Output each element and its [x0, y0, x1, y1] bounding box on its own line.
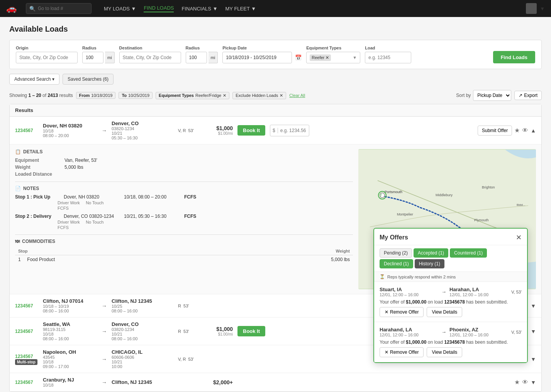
- collapse-button-1[interactable]: ▲: [531, 127, 536, 134]
- offer-equip-2: V, 53': [511, 330, 522, 334]
- favorite-button-5[interactable]: ★: [514, 378, 520, 386]
- modal-close-button[interactable]: ✕: [516, 233, 522, 242]
- dest-radius-filter: Radius mi: [186, 46, 218, 63]
- nav-dropdown-icon[interactable]: ▼: [540, 6, 545, 12]
- route-arrow-3: →: [102, 328, 107, 334]
- load-origin-3: Seattle, WA 98119-3115 10/18 08:00 – 16:…: [43, 321, 97, 341]
- tab-declined[interactable]: Declined (1): [380, 259, 413, 268]
- route-arrow-5: →: [102, 379, 107, 385]
- dest-radius-input[interactable]: [186, 52, 207, 63]
- modal-tabs: Pending (2) Accepted (1) Countered (1) D…: [374, 245, 527, 272]
- view-details-button-2[interactable]: View Details: [427, 347, 462, 357]
- stop-row-2: Stop 2 : Delivery Denver, CO 03820-1234 …: [15, 214, 353, 230]
- offer-amount-input-1[interactable]: [278, 128, 309, 133]
- load-id-1[interactable]: 1234567: [15, 128, 38, 133]
- pickup-date-input[interactable]: [222, 52, 292, 63]
- load-summary-5: 1234567 Cranbury, NJ 10/18 → Clifton, NJ…: [10, 373, 541, 391]
- tab-pending[interactable]: Pending (2): [380, 248, 412, 258]
- exclude-hidden-tag: Exclude Hidden Loads ✕: [232, 92, 286, 99]
- remove-icon-2: ✕: [385, 350, 388, 355]
- load-id-3[interactable]: 1234567: [15, 329, 38, 334]
- origin-radius-label: Radius: [82, 46, 115, 50]
- export-button[interactable]: ↗ Export: [514, 91, 542, 100]
- commodities-section: 🍽 COMMODITIES Stop Weight: [15, 239, 353, 264]
- origin-radius-filter: Radius mi: [82, 46, 115, 63]
- load-input[interactable]: [365, 52, 411, 63]
- view-details-button-1[interactable]: View Details: [427, 307, 462, 317]
- load-dest-1: Denver, CO 03820-1234 10/21 05:30 – 16:3…: [112, 120, 173, 140]
- equipment-label: Equipment Types: [306, 46, 360, 50]
- notes-section: 📄 NOTES Stop 1 : Pick Up Dover, NH 03820…: [15, 186, 353, 230]
- load-id-2[interactable]: 1234567: [15, 303, 38, 309]
- offer-arrow-2: →: [441, 329, 446, 335]
- origin-input[interactable]: [16, 52, 78, 63]
- col-stop: Stop: [15, 247, 229, 255]
- dest-input[interactable]: [119, 52, 181, 63]
- offer-dest-date-2: 12/01, 12:00 – 16:00: [449, 333, 508, 337]
- equip-dropdown-icon[interactable]: ▼: [353, 55, 357, 60]
- svg-text:Plymouth: Plymouth: [474, 218, 489, 222]
- route-arrow-4: →: [102, 356, 107, 362]
- my-offers-modal: My Offers ✕ Pending (2) Accepted (1) Cou…: [373, 228, 528, 363]
- remove-offer-button-2[interactable]: ✕ Remove Offer: [380, 347, 424, 357]
- search-input[interactable]: [38, 6, 88, 11]
- origin-radius-input[interactable]: [82, 52, 103, 63]
- offer-dest-city-1: Harahan, LA: [449, 287, 508, 292]
- load-price-1: $1,000 $1.00/mi: [206, 125, 233, 136]
- dest-label: Destination: [119, 46, 181, 50]
- offer-buttons-2: ✕ Remove Offer View Details: [380, 347, 522, 357]
- main-nav: MY LOADS ▼ FIND LOADS FINANCIALS ▼ MY FL…: [104, 5, 256, 12]
- offer-message-2: Your offer of $1,000.00 on load 12345678…: [380, 339, 522, 345]
- search-bar[interactable]: 🔍: [26, 3, 92, 14]
- sort-select[interactable]: Pickup Date: [473, 90, 511, 101]
- pickup-label: Pickup Date: [222, 46, 302, 50]
- equip-tag-remove[interactable]: ✕: [223, 93, 226, 98]
- clear-all-button[interactable]: Clear All: [289, 93, 305, 98]
- details-left-1: 📋 DETAILS Equipment Van, Reefer, 53' Wei…: [15, 149, 358, 289]
- tab-countered[interactable]: Countered (1): [450, 248, 487, 258]
- equip-remove-icon[interactable]: ✕: [326, 55, 329, 60]
- tab-history[interactable]: History (1): [415, 259, 444, 268]
- nav-my-fleet[interactable]: MY FLEET ▼: [225, 5, 256, 12]
- tab-accepted[interactable]: Accepted (1): [414, 248, 448, 258]
- expand-button-2[interactable]: ▼: [531, 303, 536, 309]
- expand-button-3[interactable]: ▼: [531, 328, 536, 334]
- advanced-search-button[interactable]: Advanced Search ▾: [9, 74, 59, 85]
- equipment-select[interactable]: Reefer ✕ ▼: [306, 52, 360, 63]
- find-loads-button[interactable]: Find Loads: [493, 51, 535, 63]
- expand-button-4[interactable]: ▼: [531, 356, 536, 362]
- nav-find-loads[interactable]: FIND LOADS: [144, 5, 174, 12]
- load-id-4[interactable]: 1234567 Multi-stop: [15, 354, 38, 365]
- offer-equip-1: V, 53': [511, 290, 522, 294]
- nav-financials[interactable]: FINANCIALS ▼: [181, 5, 217, 12]
- book-it-button-3[interactable]: Book It: [237, 326, 265, 336]
- svg-text:Middlebury: Middlebury: [436, 193, 453, 197]
- svg-text:Montpelier: Montpelier: [397, 212, 413, 216]
- load-dest-3: Denver, CO 03820-1234 10/21 08:00 – 16:0…: [112, 321, 173, 341]
- sort-label: Sort by: [456, 93, 471, 98]
- expand-button-5[interactable]: ▼: [531, 379, 536, 385]
- app-logo: 🚗: [6, 3, 17, 14]
- saved-searches-button[interactable]: Saved Searches (6): [63, 74, 114, 85]
- nav-my-loads[interactable]: MY LOADS ▼: [104, 5, 136, 12]
- book-it-button-1[interactable]: Book It: [237, 125, 265, 136]
- favorite-button-1[interactable]: ★: [514, 127, 520, 134]
- hide-button-5[interactable]: 👁: [522, 379, 528, 386]
- load-price-5: $2,000+: [206, 379, 233, 385]
- offer-origin-date-1: 12/01, 12:00 – 16:00: [380, 292, 438, 297]
- hide-button-1[interactable]: 👁: [522, 127, 528, 134]
- export-icon: ↗: [519, 93, 522, 98]
- offer-dest-date-1: 12/01, 12:00 – 16:00: [449, 292, 508, 297]
- remove-offer-button-1[interactable]: ✕ Remove Offer: [380, 307, 424, 317]
- load-id-5[interactable]: 1234567: [15, 380, 38, 385]
- pickup-date-filter: Pickup Date 📅: [222, 46, 302, 63]
- load-origin-1: Dover, NH 03820 10/18 08:00 – 20:00: [43, 123, 97, 138]
- exclude-tag-remove[interactable]: ✕: [280, 93, 283, 98]
- user-avatar[interactable]: [526, 3, 537, 14]
- details-section-title: 📋 DETAILS: [15, 149, 353, 154]
- sort-area: Sort by Pickup Date: [456, 90, 511, 101]
- results-bar: Showing 1 – 20 of 2413 results From 10/1…: [9, 90, 542, 101]
- submit-offer-button-1[interactable]: Submit Offer: [478, 126, 512, 136]
- svg-text:Brighton: Brighton: [482, 185, 495, 189]
- offer-dest-1: Harahan, LA 12/01, 12:00 – 16:00: [449, 287, 508, 297]
